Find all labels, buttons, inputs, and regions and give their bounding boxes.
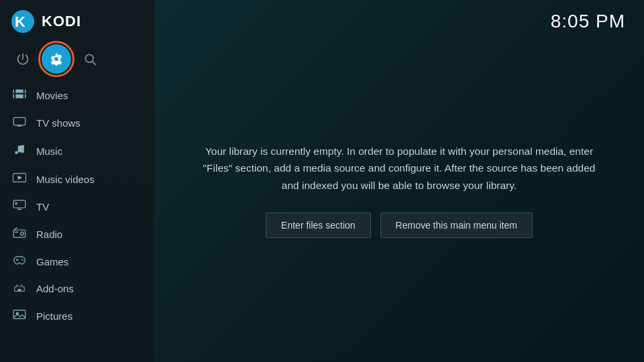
sidebar-item-games[interactable]: Games: [0, 248, 154, 275]
svg-marker-14: [18, 176, 22, 180]
sidebar-item-add-ons-label: Add-ons: [36, 283, 74, 294]
sidebar-item-music-videos-label: Music videos: [36, 174, 95, 185]
music-videos-icon: [12, 172, 27, 186]
kodi-logo-icon: K: [11, 9, 35, 34]
remove-menu-item-button[interactable]: Remove this main menu item: [380, 213, 533, 238]
svg-point-26: [21, 259, 22, 260]
library-empty-message: Your library is currently empty. In orde…: [195, 143, 604, 194]
sidebar-item-music[interactable]: Music: [0, 137, 154, 166]
sidebar-item-tv-shows[interactable]: TV shows: [0, 109, 154, 137]
movies-icon: [12, 88, 27, 103]
sidebar-item-pictures[interactable]: Pictures: [0, 302, 154, 330]
add-ons-icon: [12, 282, 27, 296]
action-buttons: Enter files section Remove this main men…: [266, 213, 533, 238]
sidebar-item-music-label: Music: [36, 145, 62, 157]
svg-rect-28: [18, 289, 21, 291]
sidebar-item-movies[interactable]: Movies: [0, 82, 154, 109]
sidebar-item-pictures-label: Pictures: [36, 310, 72, 322]
sidebar-item-movies-label: Movies: [36, 90, 68, 101]
svg-point-11: [15, 151, 18, 154]
sidebar-nav: Movies TV shows Music Music videos TV: [0, 82, 154, 330]
sidebar-item-music-videos[interactable]: Music videos: [0, 166, 154, 193]
svg-rect-29: [13, 310, 25, 319]
clock: 8:05 PM: [551, 11, 625, 32]
games-icon: [12, 255, 27, 268]
sidebar-item-tv-shows-label: TV shows: [36, 117, 80, 129]
sidebar-item-radio-label: Radio: [36, 229, 62, 240]
search-button[interactable]: [75, 44, 105, 74]
svg-point-21: [21, 232, 24, 235]
svg-rect-8: [13, 117, 25, 125]
sidebar-item-add-ons[interactable]: Add-ons: [0, 275, 154, 302]
app-header: K KODI: [0, 0, 154, 42]
top-bar: 8:05 PM: [154, 0, 644, 32]
sidebar-top-icons: [0, 42, 154, 80]
svg-text:K: K: [15, 13, 25, 30]
tv-shows-icon: [12, 116, 27, 130]
radio-icon: [12, 227, 27, 241]
settings-button[interactable]: [42, 44, 71, 74]
tv-icon: [12, 200, 27, 214]
sidebar-item-games-label: Games: [36, 256, 68, 267]
content-area: Your library is currently empty. In orde…: [154, 32, 644, 362]
sidebar-item-tv-label: TV: [36, 201, 49, 213]
power-button[interactable]: [8, 44, 38, 74]
svg-line-3: [93, 62, 96, 65]
sidebar-item-radio[interactable]: Radio: [0, 221, 154, 248]
svg-rect-7: [13, 93, 25, 94]
main-content: 8:05 PM Your library is currently empty.…: [154, 0, 644, 362]
sidebar-item-tv[interactable]: TV: [0, 193, 154, 221]
app-title: KODI: [42, 13, 81, 30]
music-icon: [12, 143, 27, 159]
svg-point-27: [22, 260, 23, 261]
svg-rect-23: [15, 231, 19, 233]
sidebar: K KODI: [0, 0, 154, 362]
svg-point-12: [21, 150, 24, 154]
enter-files-button[interactable]: Enter files section: [266, 213, 371, 238]
pictures-icon: [12, 309, 27, 323]
